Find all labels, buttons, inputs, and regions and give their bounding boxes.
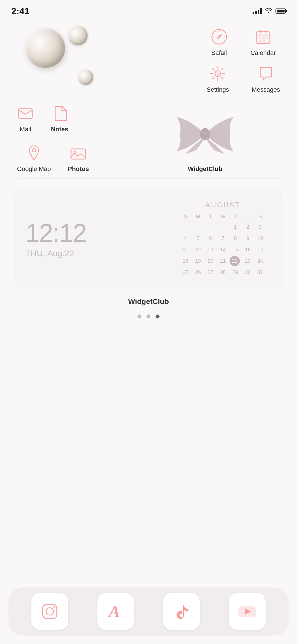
cal-day-9: 9	[242, 233, 253, 243]
svg-rect-12	[266, 37, 268, 39]
cal-day-29: 29	[230, 267, 241, 277]
cal-day-27: 27	[205, 267, 216, 277]
clock-calendar-widget[interactable]: 12:12 THU, Aug.22 AUGUST S M T W T F S 1	[14, 190, 283, 289]
cal-day-21: 21	[217, 256, 229, 266]
widgetclub-bottom-label: WidgetClub	[8, 297, 289, 306]
svg-text:A: A	[107, 602, 120, 621]
cal-day-22-today: 22	[230, 256, 240, 266]
mail-app[interactable]: Mail	[17, 105, 34, 133]
dock-instagram[interactable]	[31, 593, 68, 630]
page-dot-1	[137, 314, 141, 318]
photos-label: Photos	[68, 165, 89, 173]
notes-label: Notes	[51, 126, 68, 133]
battery-icon	[276, 8, 286, 14]
svg-point-15	[217, 72, 219, 75]
googlemap-app[interactable]: Google Map	[17, 144, 51, 173]
cal-header-s1: S	[180, 212, 191, 221]
cal-day-18: 18	[180, 256, 191, 266]
bow-widget[interactable]: WidgetClub	[130, 105, 280, 173]
svg-point-19	[73, 151, 76, 154]
cal-header-t1: T	[205, 212, 216, 221]
bow-widget-label: WidgetClub	[188, 165, 222, 173]
cal-header-m: M	[192, 212, 204, 221]
safari-app[interactable]: Safari	[211, 28, 228, 57]
cal-day-1: 1	[230, 222, 241, 232]
settings-app[interactable]: Settings	[206, 65, 229, 93]
cal-day-25: 25	[180, 267, 191, 277]
youtube-icon	[237, 602, 257, 621]
cal-day-6: 6	[205, 233, 216, 243]
messages-icon	[257, 65, 274, 82]
clock-date: THU, Aug.22	[25, 249, 74, 258]
pearl-small	[78, 69, 93, 85]
photos-icon	[70, 144, 87, 161]
cal-day-17: 17	[255, 245, 266, 255]
notes-app[interactable]: Notes	[51, 105, 68, 133]
cal-day-31: 31	[255, 267, 266, 277]
bow-image	[165, 106, 245, 162]
status-icons	[253, 7, 286, 15]
cal-header-s2: S	[255, 212, 266, 221]
page-dots	[8, 314, 289, 318]
dock: A	[8, 587, 289, 636]
calendar-display: AUGUST S M T W T F S 1 2 3 4 5	[180, 201, 272, 277]
page-dot-2	[147, 314, 150, 318]
cal-day-8: 8	[230, 233, 241, 243]
cal-day-30: 30	[242, 267, 253, 277]
cal-day-26: 26	[192, 267, 204, 277]
safari-label: Safari	[211, 49, 227, 57]
home-screen: Safari Calendar	[0, 17, 297, 335]
dock-youtube[interactable]	[229, 593, 266, 630]
cal-day-14: 14	[217, 245, 229, 255]
calendar-app[interactable]: Calendar	[250, 28, 276, 57]
svg-point-22	[46, 608, 53, 615]
cal-day-3: 3	[255, 222, 266, 232]
svg-rect-18	[71, 149, 86, 159]
instagram-icon	[40, 602, 60, 621]
cal-day-empty4	[217, 222, 229, 232]
cal-day-empty2	[192, 222, 204, 232]
pearl-big	[25, 28, 65, 68]
cal-day-5: 5	[192, 233, 204, 243]
cal-day-20: 20	[205, 256, 216, 266]
mail-icon	[17, 105, 34, 122]
cal-day-13: 13	[205, 245, 216, 255]
dock-appstore[interactable]: A	[97, 593, 134, 630]
svg-rect-13	[259, 40, 261, 42]
page-dot-3-active	[156, 314, 160, 318]
googlemap-icon	[25, 144, 42, 161]
dock-tiktok[interactable]	[163, 593, 200, 630]
status-time: 2:41	[11, 6, 29, 16]
svg-rect-11	[262, 37, 265, 39]
pearl-med	[68, 25, 88, 45]
svg-rect-10	[259, 37, 261, 39]
cal-header-w: W	[217, 212, 229, 221]
cal-day-12: 12	[192, 245, 204, 255]
clock-display: 12:12 THU, Aug.22	[25, 220, 86, 258]
cal-month: AUGUST	[180, 201, 266, 209]
settings-icon	[209, 65, 226, 82]
svg-point-23	[53, 606, 55, 608]
status-bar: 2:41	[0, 0, 297, 17]
pearl-widget[interactable]	[17, 23, 102, 96]
appstore-icon: A	[106, 602, 126, 621]
cal-day-28: 28	[217, 267, 229, 277]
cal-header-t2: T	[230, 212, 241, 221]
cal-day-7: 7	[217, 233, 229, 243]
messages-app[interactable]: Messages	[252, 65, 280, 93]
cal-day-24: 24	[255, 256, 266, 266]
cal-day-19: 19	[192, 256, 204, 266]
cal-day-16: 16	[242, 245, 253, 255]
cal-day-23: 23	[242, 256, 253, 266]
photos-app[interactable]: Photos	[68, 144, 89, 173]
googlemap-label: Google Map	[17, 165, 51, 173]
safari-icon	[211, 28, 228, 45]
svg-point-1	[219, 36, 220, 38]
cal-day-4: 4	[180, 233, 191, 243]
notes-icon	[51, 105, 68, 122]
cal-day-11: 11	[180, 245, 191, 255]
svg-rect-16	[19, 109, 32, 118]
cal-header-f: F	[242, 212, 253, 221]
cal-day-empty3	[205, 222, 216, 232]
tiktok-icon	[171, 602, 191, 621]
